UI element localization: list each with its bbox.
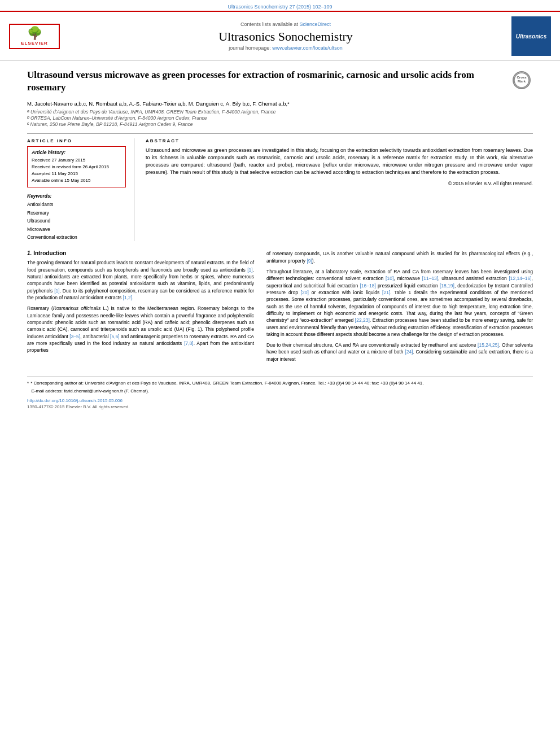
ref-21: [21] xyxy=(382,290,390,295)
authors-section: M. Jacotet-Navarro a,b,c, N. Rombaut a,b… xyxy=(0,98,560,129)
journal-banner: 🌳 ELSEVIER Contents lists available at S… xyxy=(0,11,560,61)
history-title: Article history: xyxy=(32,150,121,155)
page: Ultrasonics Sonochemistry 27 (2015) 102–… xyxy=(0,0,560,747)
article-title-section: Ultrasound versus microwave as green pro… xyxy=(0,61,560,98)
footnote-star: * xyxy=(27,380,29,387)
elsevier-logo: 🌳 ELSEVIER xyxy=(9,24,60,49)
keyword-antioxidants: Antioxidants xyxy=(27,200,126,208)
ref-20: [20] xyxy=(301,290,309,295)
sciencedirect-link[interactable]: ScienceDirect xyxy=(300,21,331,27)
keyword-ultrasound: Ultrasound xyxy=(27,217,126,225)
section-divider-1 xyxy=(27,133,533,134)
left-column: 1. Introduction The growing demand for n… xyxy=(27,250,254,366)
ref-16-18: [16–18] xyxy=(360,283,375,289)
footnote-email-label xyxy=(27,388,29,395)
footnotes-section: * * Corresponding author at: Université … xyxy=(0,380,560,395)
ref-3-5: [3–5] xyxy=(69,334,80,339)
right-column: of rosemary compounds, UA is another val… xyxy=(266,250,533,366)
keyword-conventional: Conventional extraction xyxy=(27,233,126,241)
banner-center: Contents lists available at ScienceDirec… xyxy=(60,21,511,51)
history-received: Received 27 January 2015 xyxy=(32,157,121,164)
affil-text-a: Université d'Avignon et des Pays de Vauc… xyxy=(30,109,276,115)
article-info-heading: ARTICLE INFO xyxy=(27,138,126,143)
ref-24: [24] xyxy=(405,349,413,355)
journal-title-banner: Ultrasonics Sonochemistry xyxy=(65,29,506,44)
keywords-title: Keywords: xyxy=(27,193,126,199)
affiliation-a: a Université d'Avignon et des Pays de Va… xyxy=(27,109,533,115)
ref-22-23: [22,23] xyxy=(355,317,370,323)
ref-56: [5,6] xyxy=(110,334,120,339)
article-title: Ultrasound versus microwave as green pro… xyxy=(27,69,507,94)
footnote-corresponding-text: * Corresponding author at: Université d'… xyxy=(30,380,423,387)
abstract-text: Ultrasound and microwave as green proces… xyxy=(146,147,533,176)
history-revised: Received in revised form 26 April 2015 xyxy=(32,164,121,171)
right-paragraph-2: Throughout literature, at a laboratory s… xyxy=(266,268,533,338)
journal-logo-box: Ultrasonics xyxy=(511,16,551,56)
crossmark-widget[interactable]: Cross Mark xyxy=(513,71,533,89)
footnote-email-text: E-mail address: farid.chemat@univ-avigno… xyxy=(31,388,149,395)
affil-text-b: ORTESA, LabCom Naturex–Université d'Avig… xyxy=(30,115,207,121)
affiliation-c: c Naturex, 250 rue Pierre Bayle, BP 8121… xyxy=(27,121,533,127)
ref-10: [10] xyxy=(386,276,393,281)
crossmark-icon: Cross Mark xyxy=(513,71,531,89)
footnote-email: E-mail address: farid.chemat@univ-avigno… xyxy=(27,388,533,395)
affil-sup-c: c xyxy=(27,121,29,127)
keyword-rosemary: Rosemary xyxy=(27,209,126,217)
journal-abbr: Ultrasonics xyxy=(516,33,546,40)
ref-78: [7,8] xyxy=(184,340,194,346)
contents-line: Contents lists available at ScienceDirec… xyxy=(65,21,506,27)
journal-homepage: journal homepage: www.elsevier.com/locat… xyxy=(65,45,506,51)
affil-text-c: Naturex, 250 rue Pierre Bayle, BP 81218,… xyxy=(30,121,193,127)
ref-9: [9] xyxy=(307,258,312,264)
authors-line: M. Jacotet-Navarro a,b,c, N. Rombaut a,b… xyxy=(27,101,533,107)
intro-paragraph-1: The growing demand for natural products … xyxy=(27,259,254,301)
ref-15-24-25: [15,24,25] xyxy=(478,342,499,348)
history-accepted: Accepted 11 May 2015 xyxy=(32,171,121,177)
affiliations: a Université d'Avignon et des Pays de Va… xyxy=(27,109,533,127)
section-1-number: 1. xyxy=(27,250,32,256)
main-content: 1. Introduction The growing demand for n… xyxy=(0,241,560,372)
section-1-label: Introduction xyxy=(33,250,66,256)
table-ref: Table 1 xyxy=(394,290,411,295)
copyright-footer: 1350-4177/© 2015 Elsevier B.V. All right… xyxy=(0,403,560,410)
abstract-heading: ABSTRACT xyxy=(146,138,533,143)
ref-12: [1,2] xyxy=(123,295,133,300)
history-online: Available online 15 May 2015 xyxy=(32,177,121,184)
info-abstract-row: ARTICLE INFO Article history: Received 2… xyxy=(0,138,560,241)
section-1-title: 1. Introduction xyxy=(27,250,254,256)
tree-icon: 🌳 xyxy=(27,27,42,40)
right-paragraph-3: Due to their chemical structure, CA and … xyxy=(266,342,533,362)
footnote-corresponding: * * Corresponding author at: Université … xyxy=(27,380,533,387)
footnote-divider xyxy=(27,377,533,377)
homepage-url[interactable]: www.elsevier.com/locate/ultson xyxy=(272,45,343,51)
keyword-microwave: Microwave xyxy=(27,225,126,233)
affil-sup-b: b xyxy=(27,115,29,121)
abstract-col: ABSTRACT Ultrasound and microwave as gre… xyxy=(146,138,533,241)
doi-line[interactable]: http://dx.doi.org/10.1016/j.ultsonch.201… xyxy=(0,396,560,403)
affil-sup-a: a xyxy=(27,109,29,115)
article-history-box: Article history: Received 27 January 201… xyxy=(27,146,126,187)
ref-12-14-16: [12,14–16] xyxy=(509,276,531,281)
svg-text:Cross: Cross xyxy=(517,76,527,79)
doi-url: http://dx.doi.org/10.1016/j.ultsonch.201… xyxy=(27,398,123,403)
ref-1b: [1] xyxy=(54,288,59,294)
ref-11-13: [11–13] xyxy=(422,276,438,281)
ref-1: [1] xyxy=(247,267,252,273)
elsevier-wordmark: ELSEVIER xyxy=(21,41,48,46)
journal-ref: Ultrasonics Sonochemistry 27 (2015) 102–… xyxy=(228,4,332,10)
ref-18-19: [18,19] xyxy=(440,283,454,289)
keywords-section: Keywords: Antioxidants Rosemary Ultrasou… xyxy=(27,193,126,241)
journal-header: Ultrasonics Sonochemistry 27 (2015) 102–… xyxy=(0,0,560,11)
svg-text:Mark: Mark xyxy=(518,80,526,83)
right-paragraph-1: of rosemary compounds, UA is another val… xyxy=(266,250,533,264)
article-info-col: ARTICLE INFO Article history: Received 2… xyxy=(27,138,134,241)
intro-paragraph-2: Rosemary (Rosmarinus officinalis L.) is … xyxy=(27,305,254,353)
abstract-copyright: © 2015 Elsevier B.V. All rights reserved… xyxy=(146,181,533,186)
affiliation-b: b ORTESA, LabCom Naturex–Université d'Av… xyxy=(27,115,533,121)
